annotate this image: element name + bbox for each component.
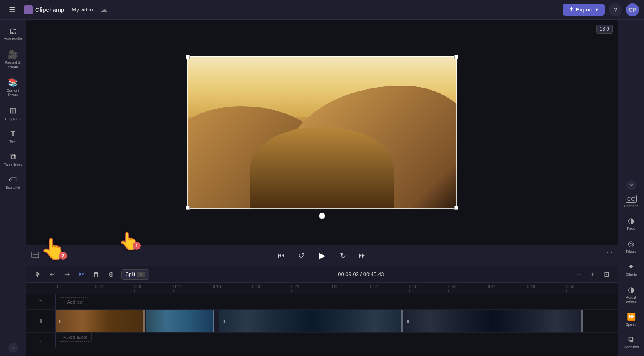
zoom-in-button[interactable]: +	[587, 268, 599, 281]
effects-icon: ✦	[628, 262, 634, 271]
clip-pause-icon: ⏸	[406, 319, 410, 323]
ruler-marks: 0 0:04 0:08 0:12 0:16 0:20 0:24 0:28 0:3…	[56, 284, 588, 292]
ruler-mark: 0:48	[527, 284, 566, 292]
video-clip-2[interactable]	[146, 310, 215, 332]
sidebar-item-text[interactable]: T Text	[1, 126, 25, 147]
audio-track-content: + Add audio	[56, 333, 618, 348]
adjust-colors-icon: ◑	[628, 285, 635, 294]
preview-area: 16:9	[26, 20, 618, 245]
clip-pause-icon: ⏸	[222, 319, 226, 323]
media-icon: 🗂	[9, 26, 17, 36]
video-frame	[187, 56, 457, 209]
sidebar-item-speed[interactable]: ⏩ Speed	[619, 309, 643, 330]
clip-right-handle[interactable]	[143, 310, 145, 332]
add-audio-button[interactable]: + Add audio	[59, 333, 92, 342]
ruler-mark: 0:20	[252, 284, 291, 292]
rewind-button[interactable]: ↺	[294, 248, 308, 263]
video-clip-3[interactable]	[215, 310, 219, 332]
play-button[interactable]: ▶	[313, 247, 331, 264]
clip-right-handle[interactable]	[401, 310, 403, 332]
transitions-icon: ⧉	[10, 152, 16, 161]
clip-pause-icon: ⏸	[58, 319, 62, 323]
sidebar-item-label: Fade	[627, 227, 635, 231]
library-icon: 📚	[8, 77, 18, 87]
sidebar-collapse-button[interactable]: ›	[8, 343, 18, 353]
sidebar-item-templates[interactable]: ⊞ Templates	[1, 102, 25, 125]
video-clip-5[interactable]: ⏸	[403, 310, 583, 332]
video-title[interactable]: My video	[69, 5, 97, 14]
audio-track-label: ♪	[26, 333, 56, 348]
cloud-sync-icon: ☁	[101, 6, 107, 14]
ruler-mark: 0:52	[566, 284, 606, 292]
clip-right-handle[interactable]	[581, 310, 583, 332]
sidebar-item-adjust-colors[interactable]: ◑ Adjustcolors	[619, 282, 643, 308]
redo-button[interactable]: ↪	[61, 268, 73, 281]
split-tool[interactable]: ✂	[75, 268, 88, 281]
skip-forward-button[interactable]: ⏭	[355, 248, 370, 263]
add-to-timeline-button[interactable]: ⊕	[105, 268, 117, 281]
ruler-mark: 0:24	[291, 284, 331, 292]
sidebar-item-content-library[interactable]: 📚 Contentlibrary	[1, 74, 25, 101]
left-sidebar: 🗂 Your media 🎥 Record &create 📚 Contentl…	[0, 20, 26, 356]
filters-icon: ◎	[628, 239, 635, 248]
time-display: 00:09.02 / 00:45.43	[338, 271, 384, 277]
video-clip-1[interactable]: ⏸	[56, 310, 146, 332]
sidebar-item-label: Filters	[626, 249, 636, 254]
undo-button[interactable]: ↩	[46, 268, 58, 281]
captions-button[interactable]	[31, 252, 39, 260]
video-clip-4[interactable]: ⏸	[219, 310, 403, 332]
ruler-mark: 0:40	[448, 284, 488, 292]
transition-icon: ⧉	[628, 335, 634, 344]
speed-icon: ⏩	[627, 312, 636, 321]
sidebar-item-transitions[interactable]: ⧉ Transitions	[1, 149, 25, 170]
fast-forward-button[interactable]: ↻	[336, 248, 350, 263]
user-avatar[interactable]: CP	[626, 3, 639, 16]
fit-view-button[interactable]: ⊡	[601, 268, 613, 281]
add-text-button[interactable]: + Add text	[59, 297, 88, 306]
sidebar-item-captions[interactable]: CC Captions	[619, 192, 643, 212]
sidebar-item-record-create[interactable]: 🎥 Record &create	[1, 46, 25, 73]
desert-background	[187, 56, 457, 209]
delete-button[interactable]: 🗑	[90, 268, 102, 281]
ruler-mark: 0:28	[331, 284, 370, 292]
right-sidebar-collapse-button[interactable]: ‹‹	[626, 180, 636, 190]
app-name: Clipchamp	[35, 7, 65, 13]
split-tooltip: Split S	[121, 269, 149, 280]
export-button[interactable]: ⬆ Export ▾	[563, 4, 605, 16]
tooltip-shortcut: S	[137, 272, 144, 277]
skip-back-button[interactable]: ⏮	[274, 248, 289, 263]
sidebar-item-fade[interactable]: ◑ Fade	[619, 213, 643, 234]
ruler-mark: 0:32	[370, 284, 409, 292]
sidebar-item-label: Transition	[623, 345, 639, 349]
help-button[interactable]: ?	[609, 3, 622, 16]
right-sidebar: ‹‹ CC Captions ◑ Fade ◎ Filters ✦ Effect…	[618, 20, 644, 356]
ruler-mark: 0:16	[213, 284, 252, 292]
clip-right-handle[interactable]	[213, 310, 214, 332]
ruler-mark: 0:36	[409, 284, 448, 292]
move-tool[interactable]: ✥	[31, 268, 43, 281]
hamburger-menu[interactable]: ☰	[5, 2, 20, 17]
dune-center	[250, 127, 394, 209]
sidebar-item-brand-kit[interactable]: 🏷 Brand kit	[1, 172, 25, 193]
sidebar-item-label: Captions	[624, 204, 639, 209]
zoom-controls: − + ⊡	[573, 268, 613, 281]
templates-icon: ⊞	[9, 106, 16, 116]
sidebar-item-label: Templates	[5, 117, 21, 121]
app-logo-icon	[24, 5, 33, 14]
sidebar-item-effects[interactable]: ✦ Effects	[619, 259, 643, 280]
sidebar-item-transition[interactable]: ⧉ Transition	[619, 332, 643, 353]
timeline-ruler: 0 0:04 0:08 0:12 0:16 0:20 0:24 0:28 0:3…	[26, 283, 618, 294]
aspect-ratio-badge[interactable]: 16:9	[596, 25, 613, 34]
main-layout: 🗂 Your media 🎥 Record &create 📚 Contentl…	[0, 20, 644, 356]
fullscreen-button[interactable]: ⛶	[606, 252, 613, 259]
zoom-out-button[interactable]: −	[573, 268, 585, 281]
video-track-content[interactable]: ⏸ ⏸ ⏸	[56, 310, 618, 332]
center-area: 16:9	[26, 20, 618, 356]
sidebar-item-filters[interactable]: ◎ Filters	[619, 236, 643, 257]
sidebar-item-your-media[interactable]: 🗂 Your media	[1, 23, 25, 45]
rotate-handle[interactable]	[319, 213, 325, 219]
text-track-content: + Add text	[56, 294, 618, 309]
sidebar-item-label: Adjustcolors	[626, 295, 636, 304]
ruler-mark: 0:04	[95, 284, 134, 292]
topbar: ☰ Clipchamp My video ☁ ⬆ Export ▾ ? CP	[0, 0, 644, 20]
